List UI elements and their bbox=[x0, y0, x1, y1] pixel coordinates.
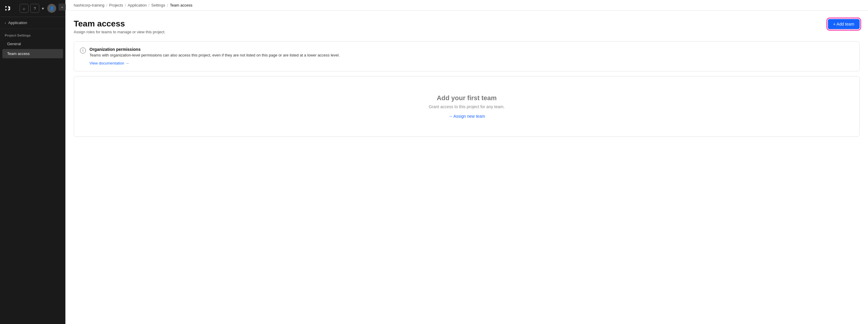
empty-state-subtitle: Grant access to this project for any tea… bbox=[429, 104, 504, 109]
view-documentation-link[interactable]: View documentation → bbox=[90, 61, 129, 65]
info-card-body: Organization permissions Teams with orga… bbox=[90, 47, 340, 66]
caret-down-icon: ▾ bbox=[42, 6, 44, 11]
breadcrumb-sep-1: / bbox=[106, 3, 107, 7]
org-permissions-card: i Organization permissions Teams with or… bbox=[74, 41, 860, 71]
collapse-icon: » bbox=[61, 5, 63, 9]
search-icon: ⌕ bbox=[23, 6, 25, 11]
page-content: Team access Assign roles for teams to ma… bbox=[65, 11, 868, 324]
user-icon: 👤 bbox=[49, 6, 54, 11]
breadcrumb-item-application[interactable]: Application bbox=[128, 3, 147, 7]
empty-state-title: Add your first team bbox=[437, 94, 497, 102]
sidebar-header: ⌕ ? ▾ 👤 ▾ bbox=[0, 0, 65, 17]
breadcrumb-current: Team access bbox=[170, 3, 192, 7]
hashicorp-logo-icon bbox=[3, 4, 12, 13]
help-button-group: ? ▾ bbox=[30, 4, 45, 13]
header-icons: ⌕ ? ▾ 👤 ▾ bbox=[20, 4, 62, 13]
avatar-button[interactable]: 👤 bbox=[47, 4, 56, 13]
app-link-label: Application bbox=[8, 21, 27, 25]
back-chevron-icon: ‹ bbox=[5, 21, 6, 25]
empty-state-card: Add your first team Grant access to this… bbox=[74, 76, 860, 137]
info-card-title: Organization permissions bbox=[90, 47, 340, 52]
page-title: Team access bbox=[74, 19, 165, 29]
main-content: hashicorp-training / Projects / Applicat… bbox=[65, 0, 868, 324]
breadcrumb-item-org[interactable]: hashicorp-training bbox=[74, 3, 104, 7]
sidebar-item-team-access[interactable]: Team access bbox=[2, 49, 63, 58]
breadcrumb: hashicorp-training / Projects / Applicat… bbox=[74, 3, 192, 7]
sidebar-item-general[interactable]: General bbox=[2, 39, 63, 48]
help-button[interactable]: ? bbox=[30, 4, 39, 13]
info-icon: i bbox=[80, 47, 86, 54]
sidebar-collapse-button[interactable]: » bbox=[59, 4, 66, 11]
search-button[interactable]: ⌕ bbox=[20, 4, 29, 13]
help-caret-button[interactable]: ▾ bbox=[40, 4, 45, 13]
add-team-button[interactable]: + Add team bbox=[828, 19, 860, 29]
help-icon: ? bbox=[34, 6, 36, 11]
info-card-text: Teams with organization-level permission… bbox=[90, 53, 340, 57]
page-title-section: Team access Assign roles for teams to ma… bbox=[74, 19, 165, 34]
assign-new-team-link[interactable]: → Assign new team bbox=[448, 114, 485, 119]
topbar: hashicorp-training / Projects / Applicat… bbox=[65, 0, 868, 11]
breadcrumb-item-projects[interactable]: Projects bbox=[109, 3, 123, 7]
page-header: Team access Assign roles for teams to ma… bbox=[74, 19, 860, 34]
breadcrumb-sep-2: / bbox=[125, 3, 126, 7]
breadcrumb-sep-3: / bbox=[148, 3, 150, 7]
breadcrumb-item-settings[interactable]: Settings bbox=[151, 3, 165, 7]
sidebar-section-label: Project Settings bbox=[0, 29, 65, 39]
svg-rect-0 bbox=[3, 4, 12, 13]
sidebar-app-link[interactable]: ‹ Application bbox=[0, 17, 65, 29]
breadcrumb-sep-4: / bbox=[167, 3, 168, 7]
sidebar: ⌕ ? ▾ 👤 ▾ » ‹ A bbox=[0, 0, 65, 324]
page-subtitle: Assign roles for teams to manage or view… bbox=[74, 30, 165, 34]
